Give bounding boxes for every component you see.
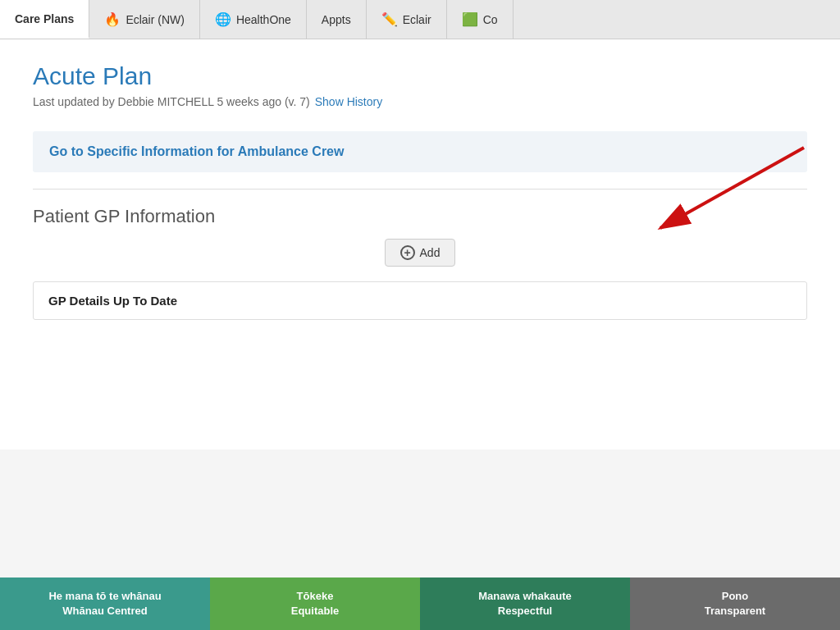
main-content: Acute Plan Last updated by Debbie MITCHE… — [0, 39, 840, 450]
footer-respectful-line2: Respectful — [498, 604, 552, 619]
tab-co-label: Co — [483, 13, 498, 26]
gp-details-row: GP Details Up To Date — [33, 281, 807, 320]
tab-appts[interactable]: Appts — [307, 0, 367, 39]
co-icon: 🟩 — [462, 11, 478, 27]
footer-transparent-line2: Transparent — [705, 604, 765, 619]
footer-cell-whanau-centred: He mana tō te whānau Whānau Centred — [0, 578, 210, 630]
show-history-link[interactable]: Show History — [315, 95, 382, 108]
footer-cell-respectful: Manawa whakaute Respectful — [420, 578, 630, 630]
tab-healthone-label: HealthOne — [236, 13, 291, 26]
tab-eclair-nw-label: Eclair (NW) — [126, 13, 185, 26]
healthone-icon: 🌐 — [215, 11, 231, 27]
add-button[interactable]: + Add — [385, 239, 456, 267]
specific-info-section: Go to Specific Information for Ambulance… — [33, 131, 807, 172]
eclair-icon: ✏️ — [381, 11, 398, 27]
tab-bar: Care Plans 🔥 Eclair (NW) 🌐 HealthOne App… — [0, 0, 840, 39]
footer-equitable-line2: Equitable — [291, 604, 340, 619]
add-button-label: Add — [420, 246, 441, 259]
plan-subtitle-row: Last updated by Debbie MITCHELL 5 weeks … — [33, 95, 807, 108]
gp-section-title: Patient GP Information — [33, 206, 807, 227]
footer: He mana tō te whānau Whānau Centred Tōke… — [0, 578, 840, 630]
tab-care-plans-label: Care Plans — [15, 12, 74, 25]
tab-eclair[interactable]: ✏️ Eclair — [367, 0, 447, 39]
section-divider — [33, 189, 807, 189]
tab-care-plans[interactable]: Care Plans — [0, 0, 89, 39]
footer-respectful-line1: Manawa whakaute — [478, 589, 571, 604]
footer-transparent-line1: Pono — [722, 589, 749, 604]
plan-title: Acute Plan — [33, 62, 807, 90]
specific-info-link[interactable]: Go to Specific Information for Ambulance… — [49, 144, 344, 158]
plan-subtitle-text: Last updated by Debbie MITCHELL 5 weeks … — [33, 95, 310, 108]
footer-cell-transparent: Pono Transparent — [630, 578, 840, 630]
tab-eclair-nw[interactable]: 🔥 Eclair (NW) — [89, 0, 200, 39]
footer-whanau-line1: He mana tō te whānau — [48, 589, 161, 604]
eclair-nw-icon: 🔥 — [104, 11, 121, 27]
tab-appts-label: Appts — [322, 13, 351, 26]
footer-equitable-line1: Tōkeke — [297, 589, 334, 604]
footer-cell-equitable: Tōkeke Equitable — [210, 578, 420, 630]
add-button-wrapper: + Add — [33, 239, 807, 267]
tab-co[interactable]: 🟩 Co — [447, 0, 514, 39]
tab-eclair-label: Eclair — [403, 13, 431, 26]
plus-circle-icon: + — [400, 245, 415, 260]
footer-whanau-line2: Whānau Centred — [62, 604, 147, 619]
gp-details-label: GP Details Up To Date — [48, 294, 177, 308]
gp-section: Patient GP Information + Add GP Details … — [33, 206, 807, 320]
tab-healthone[interactable]: 🌐 HealthOne — [200, 0, 307, 39]
